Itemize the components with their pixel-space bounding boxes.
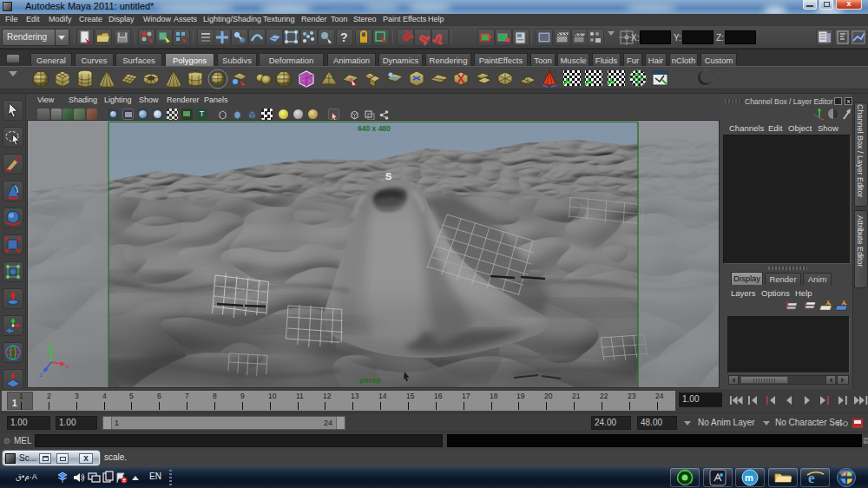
svg-text:m: m	[745, 472, 753, 483]
svg-text:?: ?	[340, 30, 348, 44]
